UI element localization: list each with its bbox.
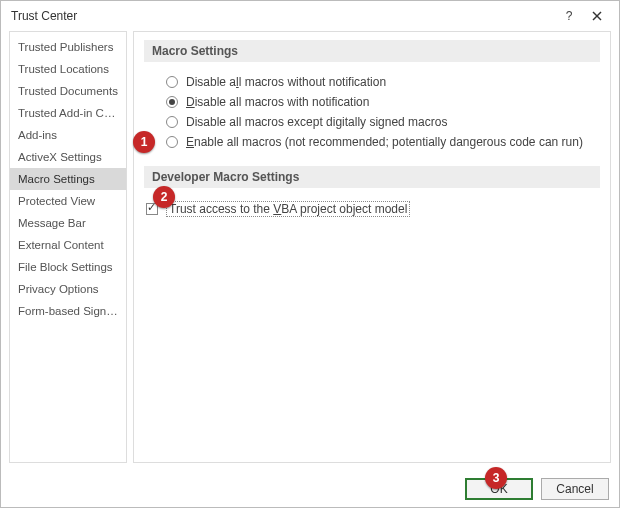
ok-button[interactable]: OK — [465, 478, 533, 500]
sidebar-item-protected-view[interactable]: Protected View — [10, 190, 126, 212]
trust-center-dialog: Trust Center ? Trusted Publishers Truste… — [0, 0, 620, 508]
radio-icon — [166, 136, 178, 148]
radio-enable-all-macros[interactable]: Enable all macros (not recommended; pote… — [166, 132, 600, 152]
sidebar-item-trusted-locations[interactable]: Trusted Locations — [10, 58, 126, 80]
title-bar: Trust Center ? — [1, 1, 619, 31]
window-title: Trust Center — [11, 9, 555, 23]
radio-label: Disable all macros without notification — [186, 75, 386, 89]
sidebar-item-message-bar[interactable]: Message Bar — [10, 212, 126, 234]
radio-disable-with-notification[interactable]: Disable all macros with notification — [166, 92, 600, 112]
radio-icon — [166, 96, 178, 108]
help-button[interactable]: ? — [555, 1, 583, 31]
sidebar-item-trusted-addin-catalogs[interactable]: Trusted Add-in Catalogs — [10, 102, 126, 124]
sidebar-item-external-content[interactable]: External Content — [10, 234, 126, 256]
sidebar-item-macro-settings[interactable]: Macro Settings — [10, 168, 126, 190]
close-button[interactable] — [583, 1, 611, 31]
close-icon — [592, 11, 602, 21]
radio-disable-except-signed[interactable]: Disable all macros except digitally sign… — [166, 112, 600, 132]
macro-settings-header: Macro Settings — [144, 40, 600, 62]
radio-label: Disable all macros except digitally sign… — [186, 115, 447, 129]
category-sidebar: Trusted Publishers Trusted Locations Tru… — [9, 31, 127, 463]
dialog-body: Trusted Publishers Trusted Locations Tru… — [1, 31, 619, 471]
checkbox-label: Trust access to the VBA project object m… — [166, 201, 410, 217]
sidebar-item-form-based-sign-in[interactable]: Form-based Sign-in — [10, 300, 126, 322]
radio-label: Disable all macros with notification — [186, 95, 369, 109]
sidebar-item-trusted-documents[interactable]: Trusted Documents — [10, 80, 126, 102]
dialog-footer: OK Cancel — [1, 471, 619, 507]
sidebar-item-add-ins[interactable]: Add-ins — [10, 124, 126, 146]
radio-disable-without-notification[interactable]: Disable all macros without notification — [166, 72, 600, 92]
macro-settings-radio-group: Disable all macros without notification … — [166, 72, 600, 152]
radio-label: Enable all macros (not recommended; pote… — [186, 135, 583, 149]
sidebar-item-activex-settings[interactable]: ActiveX Settings — [10, 146, 126, 168]
sidebar-item-trusted-publishers[interactable]: Trusted Publishers — [10, 36, 126, 58]
sidebar-item-privacy-options[interactable]: Privacy Options — [10, 278, 126, 300]
radio-icon — [166, 116, 178, 128]
settings-panel: Macro Settings Disable all macros withou… — [133, 31, 611, 463]
developer-macro-settings-header: Developer Macro Settings — [144, 166, 600, 188]
checkbox-icon — [146, 203, 158, 215]
checkbox-trust-vba-access[interactable]: Trust access to the VBA project object m… — [146, 198, 600, 220]
developer-macro-settings-group: Trust access to the VBA project object m… — [144, 198, 600, 220]
sidebar-item-file-block-settings[interactable]: File Block Settings — [10, 256, 126, 278]
cancel-button[interactable]: Cancel — [541, 478, 609, 500]
radio-icon — [166, 76, 178, 88]
